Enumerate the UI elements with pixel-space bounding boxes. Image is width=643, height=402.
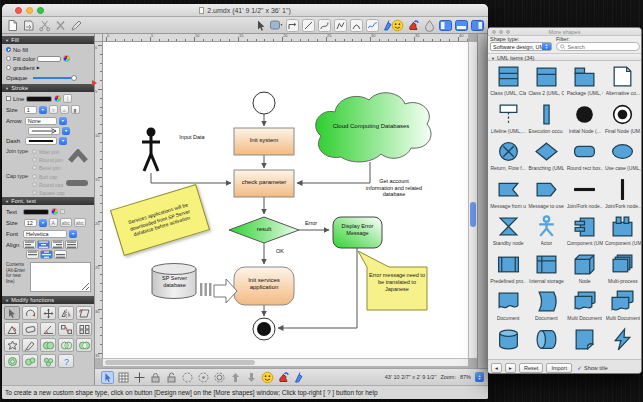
lock-icon[interactable] (149, 371, 162, 384)
modify-rotate-icon[interactable] (22, 306, 38, 320)
vertical-scroll-thumb[interactable] (470, 202, 476, 227)
arrow-preview-dropdown[interactable]: ▾ (62, 127, 70, 135)
new-document-icon[interactable] (6, 19, 19, 32)
cap-square-option[interactable]: Square cap (32, 188, 92, 197)
modify-align-rotate-icon[interactable] (4, 322, 20, 336)
pen-blue-icon[interactable] (293, 371, 306, 384)
emoji-icon[interactable] (391, 19, 404, 32)
modify-pen-icon[interactable] (22, 338, 38, 352)
join-bevel-option[interactable]: Bevel join (32, 163, 92, 172)
slider-knob[interactable] (71, 75, 77, 81)
reset-button[interactable]: Reset (519, 363, 543, 373)
align-bottom-button[interactable] (54, 250, 67, 259)
canvas-page[interactable]: Init system check parameter Input Data C… (103, 42, 468, 358)
shapes-panel-titlebar[interactable]: More shapes (488, 28, 641, 36)
color-wheel-icon[interactable] (63, 55, 70, 62)
modify-connect-icon[interactable] (58, 322, 74, 336)
uml-items-section-header[interactable]: ▼UML items (34) (488, 53, 641, 61)
horizontal-scroll-thumb[interactable] (105, 360, 255, 365)
modify-combine-icon[interactable] (22, 354, 38, 368)
cut-icon[interactable] (38, 19, 51, 32)
connector-cloud[interactable] (297, 162, 370, 183)
actor-shape[interactable] (142, 128, 160, 172)
no-fill-radio[interactable] (6, 47, 11, 52)
modify-exclude-icon[interactable] (76, 338, 92, 352)
align-left-button[interactable] (23, 240, 36, 249)
shape-item[interactable]: Node (566, 250, 604, 288)
shape-item[interactable]: Message to user (527, 175, 565, 213)
shape-item[interactable]: Standby node (489, 212, 527, 250)
font-family-value[interactable]: Helvetica (23, 230, 67, 238)
font-section-header[interactable]: ▼Font, text (2, 197, 94, 205)
panel-right-icon[interactable] (471, 19, 484, 32)
spray-icon[interactable] (277, 371, 290, 384)
nudge-down-icon[interactable] (245, 371, 258, 384)
shape-item[interactable]: Predefined pro... (489, 250, 527, 288)
curve-tool-icon[interactable] (318, 19, 331, 32)
align-right-button[interactable] (51, 240, 64, 249)
color-wheel-icon[interactable] (51, 208, 58, 215)
start-node[interactable] (253, 92, 275, 114)
shape-item[interactable]: Document (489, 287, 527, 325)
stroke-size-dropdown[interactable]: ▾ (39, 106, 47, 114)
arrow-type-dropdown[interactable]: ▾ (59, 117, 67, 125)
shape-style-dropdown-icon[interactable] (270, 19, 283, 32)
shape-item[interactable]: Execution occu... (527, 100, 565, 138)
previous-page-button[interactable]: ◂ (491, 363, 502, 373)
unlock-icon[interactable] (165, 371, 178, 384)
next-page-button[interactable]: ▸ (505, 363, 516, 373)
fill-color-option[interactable]: Fill color (6, 54, 92, 63)
select-cursor-icon[interactable] (254, 19, 267, 32)
modify-union-icon[interactable] (40, 338, 56, 352)
shape-item[interactable]: Message from u... (489, 175, 527, 213)
text-color-swatch[interactable] (23, 209, 49, 215)
modify-select-icon[interactable] (4, 306, 20, 320)
line-tool-icon[interactable] (302, 19, 315, 32)
zoom-stepper[interactable]: ▴▾ (475, 372, 484, 382)
modify-mirror-icon[interactable] (58, 306, 74, 320)
arrow-preview[interactable] (28, 127, 60, 135)
shape-item[interactable]: Internal storage (527, 250, 565, 288)
show-title-checkbox[interactable]: ✓ Show title (577, 364, 608, 371)
line-style-button[interactable]: │ (63, 94, 72, 103)
shape-item[interactable] (566, 325, 604, 360)
shape-item[interactable]: Multi Document (566, 287, 604, 325)
panel-bottom-icon[interactable] (455, 19, 468, 32)
transmission-shape[interactable] (200, 283, 211, 296)
import-button[interactable]: Import (546, 363, 572, 373)
delete-icon[interactable] (54, 19, 67, 32)
shape-item[interactable]: Multi-process (604, 250, 642, 288)
panel-left-icon[interactable] (439, 19, 452, 32)
crosshair-icon[interactable] (133, 371, 146, 384)
freehand-icon[interactable] (366, 19, 379, 32)
font-family-dropdown[interactable]: ▾ (69, 230, 77, 238)
contents-textarea[interactable] (30, 262, 91, 292)
polyline-tool-icon[interactable] (334, 19, 347, 32)
shape-item[interactable]: Round rect box... (566, 137, 604, 175)
stroke-section-header[interactable]: ▼Stroke (2, 84, 94, 92)
shape-item[interactable]: Component (UML... (604, 212, 642, 250)
modify-intersect-icon[interactable] (58, 338, 74, 352)
emoji-icon[interactable] (261, 371, 274, 384)
nudge-up-icon[interactable] (229, 371, 242, 384)
snap-circle-3-icon[interactable] (213, 371, 226, 384)
shape-item[interactable] (527, 325, 565, 360)
stroke-size-value[interactable]: 1 (24, 106, 37, 114)
shape-item[interactable]: Final Node (UM... (604, 100, 642, 138)
shape-item[interactable]: Actor (527, 212, 565, 250)
align-top-button[interactable] (26, 250, 39, 259)
opacity-slider[interactable] (33, 74, 77, 81)
vertical-scrollbar[interactable] (468, 42, 477, 358)
no-fill-option[interactable]: No fill (6, 45, 92, 54)
modify-move-icon[interactable] (40, 306, 56, 320)
shape-type-dropdown[interactable]: Software design, UML ▴▾ (490, 42, 552, 51)
gradient-option[interactable]: gradient▶ (6, 63, 92, 72)
align-justify-button[interactable] (65, 240, 78, 249)
line-checkbox[interactable] (6, 96, 11, 101)
shape-item[interactable]: Lifeline (UML,... (489, 100, 527, 138)
import-file-icon[interactable] (22, 19, 35, 32)
select-pointer-icon[interactable] (101, 371, 114, 384)
shape-item[interactable]: Multi Document (604, 287, 642, 325)
shape-item[interactable]: Component (UML... (566, 212, 604, 250)
shape-item[interactable]: Alternative co... (604, 62, 642, 100)
